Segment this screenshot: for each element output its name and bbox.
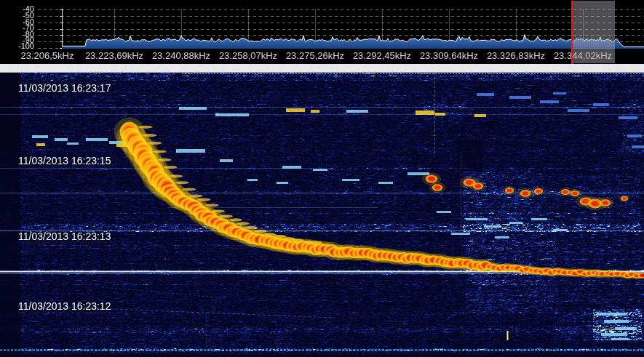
timestamp-label: 11/03/2013 16:23:17 bbox=[18, 82, 111, 94]
waterfall-canvas[interactable] bbox=[0, 73, 644, 357]
sdr-display: -40 -50 -60 -70 -80 -90 -100 23.206,5kHz… bbox=[0, 0, 644, 357]
timestamp-label: 11/03/2013 16:23:12 bbox=[18, 300, 111, 312]
timestamp-label: 11/03/2013 16:23:13 bbox=[18, 230, 111, 242]
spectrum-panel-canvas[interactable] bbox=[0, 0, 644, 73]
db-axis-label: -100 bbox=[0, 42, 34, 50]
filter-selection-band[interactable] bbox=[572, 1, 615, 63]
timestamp-label: 11/03/2013 16:23:15 bbox=[18, 155, 111, 167]
tuning-cursor-line[interactable] bbox=[571, 1, 573, 64]
